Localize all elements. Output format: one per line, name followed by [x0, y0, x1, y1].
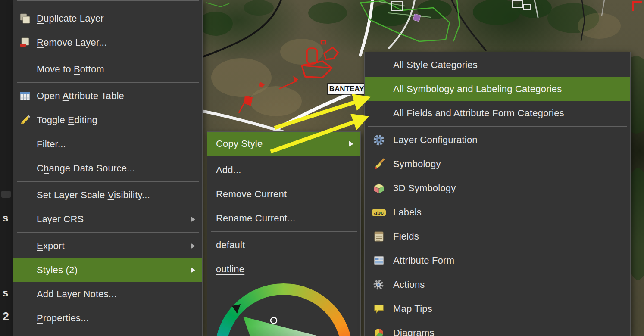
menu-item-label: Open Attribute Table — [37, 90, 124, 102]
menu-item-label: outline — [216, 264, 244, 275]
menu-item-add-layer-notes[interactable]: Add Layer Notes... — [13, 282, 202, 306]
menu-item-label: Change Data Source... — [37, 163, 135, 174]
paintbrush-icon — [365, 158, 393, 170]
menu-item-style-outline[interactable]: outline — [207, 257, 360, 281]
menu-item-label: 3D Symbology — [393, 183, 456, 194]
submenu-arrow-icon — [191, 216, 195, 222]
menu-item-label: All Style Categories — [393, 59, 478, 71]
submenu-arrow-icon — [191, 267, 195, 273]
menu-item-duplicate-layer[interactable]: Duplicate Layer — [13, 6, 202, 31]
submenu-arrow-icon — [349, 141, 353, 147]
menu-item-label: Copy Style — [216, 138, 263, 149]
saturation-marker[interactable] — [271, 317, 277, 324]
copy-style-submenu: All Style Categories All Symbology and L… — [364, 52, 631, 336]
menu-item-change-data-source[interactable]: Change Data Source... — [13, 156, 202, 180]
hue-rotation-marker[interactable] — [232, 304, 241, 314]
menu-separator — [17, 82, 199, 83]
menu-item-label: All Symbology and Labeling Categories — [393, 84, 562, 95]
place-label-text: BANTEAY — [329, 85, 364, 93]
menu-item-label: Filter... — [37, 139, 66, 150]
menu-item-label: Remove Current — [216, 189, 287, 200]
actions-gear-icon — [365, 279, 393, 291]
menu-item-map-tips[interactable]: Map Tips — [365, 297, 630, 321]
menu-item-label: Add... — [216, 165, 241, 176]
menu-item-layer-crs[interactable]: Layer CRS — [13, 207, 202, 231]
menu-separator — [17, 56, 199, 56]
menu-item-move-to-bottom[interactable]: Move to Bottom — [13, 57, 202, 81]
speech-bubble-icon — [365, 303, 393, 315]
menu-item-label: Properties... — [37, 313, 89, 324]
menu-item-label: Layer CRS — [37, 214, 84, 225]
menu-item-style-default[interactable]: default — [207, 233, 360, 257]
color-wheel-triangle[interactable] — [215, 283, 353, 336]
menu-item-label: Rename Current... — [216, 213, 295, 224]
menu-separator — [368, 126, 627, 127]
pencil-icon — [13, 114, 37, 126]
menu-item-styles[interactable]: Styles (2) — [13, 258, 202, 282]
menu-item-remove-layer[interactable]: Remove Layer... — [13, 31, 202, 55]
menu-item-label: Symbology — [393, 159, 441, 170]
menu-item-label: Map Tips — [393, 303, 432, 314]
menu-item-label: All Fields and Attribute Form Categories — [393, 108, 564, 119]
panel-partial-text: s — [3, 287, 8, 299]
layer-context-menu: Duplicate Layer Remove Layer... Move to … — [13, 0, 203, 336]
menu-item-fields[interactable]: Fields — [365, 224, 630, 249]
menu-item-label: Remove Layer... — [37, 37, 107, 48]
menu-item-label: Labels — [393, 207, 422, 218]
menu-item-label: Export — [37, 240, 65, 252]
menu-item-3d-symbology[interactable]: 3D Symbology — [365, 176, 630, 200]
menu-item-label: Styles (2) — [37, 264, 78, 276]
menu-item-copy-style[interactable]: Copy Style — [207, 132, 360, 156]
gear-icon — [365, 134, 393, 146]
pie-chart-icon — [365, 327, 393, 336]
menu-item-label: Diagrams — [393, 327, 435, 336]
menu-item-label: Add Layer Notes... — [37, 289, 117, 300]
labels-abc-icon: abc — [365, 209, 393, 216]
red-extent-corner — [633, 2, 642, 11]
menu-item-label: Layer Configuration — [393, 134, 478, 146]
menu-item-symbology[interactable]: Symbology — [365, 152, 630, 176]
menu-item-label: Set Layer Scale Visibility... — [37, 190, 150, 201]
menu-item-add-style[interactable]: Add... — [207, 158, 360, 182]
fields-icon — [365, 230, 393, 243]
menu-item-actions[interactable]: Actions — [365, 273, 630, 297]
cube-3d-icon — [365, 182, 393, 194]
remove-layer-icon — [13, 37, 37, 49]
menu-item-all-fields-and-attribute-form-categories[interactable]: All Fields and Attribute Form Categories — [365, 101, 630, 125]
screenshot-stage: s s 2 — [0, 0, 644, 336]
menu-item-all-style-categories[interactable]: All Style Categories — [365, 53, 630, 77]
menu-item-label: Actions — [393, 279, 425, 290]
menu-item-label: Attribute Form — [393, 255, 454, 266]
menu-item-export[interactable]: Export — [13, 234, 202, 258]
menu-item-rename-current-style[interactable]: Rename Current... — [207, 206, 360, 230]
attribute-table-icon — [13, 90, 37, 102]
menu-item-layer-configuration[interactable]: Layer Configuration — [365, 128, 630, 152]
menu-item-toggle-editing[interactable]: Toggle Editing — [13, 108, 202, 132]
menu-item-label: Toggle Editing — [37, 115, 97, 126]
duplicate-layer-icon — [13, 12, 37, 25]
menu-separator — [17, 232, 199, 233]
menu-item-attribute-form[interactable]: Attribute Form — [365, 249, 630, 273]
styles-submenu: Copy Style Add... Remove Current Rename … — [207, 131, 361, 336]
menu-item-remove-current-style[interactable]: Remove Current — [207, 182, 360, 206]
color-wheel[interactable] — [215, 283, 353, 336]
layers-panel-strip: s s 2 — [0, 0, 13, 336]
layer-icon-partial — [1, 191, 11, 198]
purple-feature — [413, 14, 421, 22]
menu-item-all-symbology-and-labeling-categories[interactable]: All Symbology and Labeling Categories — [365, 77, 630, 101]
menu-item-properties[interactable]: Properties... — [13, 306, 202, 330]
submenu-arrow-icon — [191, 243, 195, 249]
panel-partial-text: 2 — [3, 310, 9, 324]
menu-item-diagrams[interactable]: Diagrams — [365, 321, 630, 336]
menu-item-label: Move to Bottom — [37, 64, 104, 75]
menu-item-labels[interactable]: abc Labels — [365, 200, 630, 224]
menu-item-set-layer-scale-visibility[interactable]: Set Layer Scale Visibility... — [13, 183, 202, 207]
menu-item-filter[interactable]: Filter... — [13, 132, 202, 156]
panel-partial-text: s — [3, 212, 8, 224]
attribute-form-icon — [365, 255, 393, 267]
menu-item-open-attribute-table[interactable]: Open Attribute Table — [13, 84, 202, 108]
menu-item-label: default — [216, 240, 245, 251]
menu-separator — [211, 231, 357, 232]
menu-item-label: Fields — [393, 231, 419, 242]
menu-item-label: Duplicate Layer — [37, 13, 104, 24]
